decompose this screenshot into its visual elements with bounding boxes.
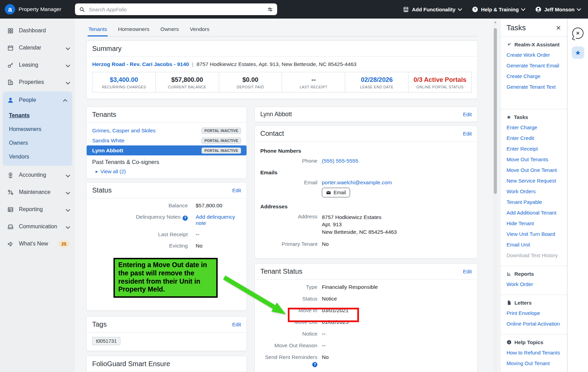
section-heading: ?Help Topics bbox=[507, 339, 561, 345]
field-row-move-out-reason: Move Out Reason-- bbox=[260, 342, 472, 349]
task-link-move-out-one-tenant[interactable]: Move Out One Tenant bbox=[507, 167, 561, 173]
status-edit-link[interactable]: Edit bbox=[232, 187, 241, 193]
sidebar-item-calendar[interactable]: Calendar bbox=[0, 39, 75, 56]
search-input[interactable] bbox=[88, 6, 264, 13]
folioguard-card: FolioGuard Smart Ensure bbox=[86, 356, 247, 372]
tab-owners[interactable]: Owners bbox=[160, 24, 179, 36]
sidebar-item-reporting[interactable]: Reporting bbox=[0, 201, 75, 218]
scrollbar-thumb[interactable] bbox=[494, 28, 497, 194]
sidebar-item-properties[interactable]: Properties bbox=[0, 74, 75, 91]
property-line: Herzog Road - Rev. Cari Jacobs - 9140|87… bbox=[92, 61, 472, 67]
add-delinquency-note-link[interactable]: Add delinquency note bbox=[196, 214, 241, 226]
menu-jeff-monson[interactable]: Jeff Monson bbox=[535, 6, 580, 13]
tenant-name-link[interactable]: Lynn Abbott bbox=[92, 147, 123, 154]
stat-last-receipt: --LAST RECEIPT bbox=[282, 72, 345, 92]
sidebar-item-label: Properties bbox=[19, 79, 44, 85]
task-link-generate-tenant-text[interactable]: Generate Tenant Text bbox=[507, 84, 561, 90]
sparkles-icon bbox=[507, 42, 512, 47]
stat-value: $57,800.00 bbox=[157, 76, 217, 84]
scrollbar[interactable]: ▲ bbox=[493, 19, 498, 372]
tags-card-title: Tags bbox=[92, 320, 107, 328]
tenant-name: Lynn Abbott bbox=[260, 111, 292, 118]
email-link[interactable]: porter.waelchi@example.com bbox=[322, 179, 392, 186]
task-link-enter-receipt[interactable]: Enter Receipt bbox=[507, 146, 561, 152]
task-link-create-charge[interactable]: Create Charge bbox=[507, 73, 561, 79]
tenant-edit-link[interactable]: Edit bbox=[463, 111, 472, 117]
section-heading-label: Help Topics bbox=[514, 339, 543, 345]
sidebar-item-owners[interactable]: Owners bbox=[3, 136, 72, 150]
task-link-add-additional-tenant[interactable]: Add Additional Tenant bbox=[507, 210, 561, 216]
task-link-work-order[interactable]: Work Order bbox=[507, 281, 561, 287]
tab-tenants[interactable]: Tenants bbox=[88, 24, 108, 36]
sidebar-item-dashboard[interactable]: Dashboard bbox=[0, 22, 75, 39]
tenants-card-title: Tenants bbox=[92, 111, 116, 119]
inbox-icon bbox=[7, 223, 14, 230]
contact-edit-link[interactable]: Edit bbox=[463, 131, 472, 136]
view-all-link[interactable]: View all (2) bbox=[87, 166, 247, 178]
tenant-row-sandra-white[interactable]: Sandra WhitePORTAL INACTIVE bbox=[87, 135, 247, 145]
field-row-status: StatusNotice bbox=[260, 296, 472, 302]
tenant-name-link[interactable]: Sandra White bbox=[92, 138, 124, 144]
help-circle-icon: ? bbox=[472, 6, 478, 13]
favorites-star-button[interactable]: ★ bbox=[572, 46, 584, 59]
scroll-up-icon[interactable]: ▲ bbox=[493, 21, 498, 24]
task-link-print-envelope[interactable]: Print Envelope bbox=[507, 310, 561, 316]
task-link-new-service-request[interactable]: New Service Request bbox=[507, 178, 561, 184]
sidebar-item-tenants[interactable]: Tenants bbox=[3, 109, 72, 122]
section-heading: Letters bbox=[507, 300, 561, 306]
sidebar-item-leasing[interactable]: Leasing bbox=[0, 56, 75, 74]
tenant-row-lynn-abbott[interactable]: Lynn AbbottPORTAL INACTIVE bbox=[87, 145, 247, 155]
task-link-enter-charge[interactable]: Enter Charge bbox=[507, 124, 561, 130]
task-link-move-out-tenants[interactable]: Move Out Tenants bbox=[507, 156, 561, 162]
portal-status-badge: PORTAL INACTIVE bbox=[202, 128, 241, 134]
svg-text:?: ? bbox=[474, 7, 476, 11]
property-link[interactable]: Herzog Road - Rev. Cari Jacobs - 9140 bbox=[92, 61, 189, 67]
task-link-hide-tenant[interactable]: Hide Tenant bbox=[507, 220, 561, 226]
task-link-online-portal-activation[interactable]: Online Portal Activation bbox=[507, 321, 561, 327]
task-link-email-unit[interactable]: Email Unit bbox=[507, 242, 561, 248]
address-value: 8757 Hodkiewicz Estates Apt. 913 New Bet… bbox=[322, 214, 397, 236]
task-link-how-to-refund-tenants[interactable]: How to Refund Tenants bbox=[507, 350, 561, 355]
field-label: Notice bbox=[260, 331, 317, 337]
sidebar-item-accounting[interactable]: $Accounting bbox=[0, 166, 75, 184]
task-link-tenant-payable[interactable]: Tenant Payable bbox=[507, 199, 561, 205]
search-filters-icon[interactable] bbox=[267, 7, 273, 12]
sidebar-item-homeowners[interactable]: Homeowners bbox=[3, 122, 72, 136]
phone-link[interactable]: (555) 555-5555 bbox=[322, 158, 358, 164]
help-icon[interactable]: ? bbox=[312, 362, 317, 367]
field-value: No bbox=[322, 354, 329, 367]
tags-edit-link[interactable]: Edit bbox=[232, 321, 241, 327]
email-button[interactable]: Email bbox=[322, 188, 350, 197]
svg-text:?: ? bbox=[508, 341, 510, 344]
tenant-row-grimes-casper-and-skiles[interactable]: Grimes, Casper and SkilesPORTAL INACTIVE bbox=[87, 125, 247, 135]
sidebar-item-what-s-new[interactable]: What's New25 bbox=[0, 235, 75, 252]
task-link-generate-tenant-email[interactable]: Generate Tenant Email bbox=[507, 63, 561, 68]
task-link-moving-out-tenant[interactable]: Moving Out Tenant bbox=[507, 360, 561, 366]
sidebar-item-communication[interactable]: Communication bbox=[0, 218, 75, 235]
menu-help-training[interactable]: ?Help & Training bbox=[472, 6, 525, 13]
task-link-create-work-order[interactable]: Create Work Order bbox=[507, 52, 561, 58]
help-training-label: Help & Training bbox=[481, 7, 519, 12]
sidebar-item-label: Dashboard bbox=[19, 28, 46, 34]
menu-add-functionality[interactable]: Add Functionality bbox=[403, 6, 461, 13]
task-link-view-unit-turn-board[interactable]: View Unit Turn Board bbox=[507, 231, 561, 237]
realm-x-bubble-icon[interactable]: × bbox=[572, 28, 584, 39]
stat-current-balance: $57,800.00CURRENT BALANCE bbox=[155, 72, 219, 92]
sidebar-item-people[interactable]: People bbox=[3, 91, 72, 109]
tasks-close-icon[interactable]: × bbox=[556, 24, 561, 31]
email-label: Email bbox=[260, 179, 317, 186]
sidebar-item-maintenance[interactable]: Maintenance bbox=[0, 184, 75, 201]
field-label: Balance bbox=[92, 203, 188, 209]
tab-homeowners[interactable]: Homeowners bbox=[117, 24, 150, 36]
search-box bbox=[75, 3, 277, 15]
tab-vendors[interactable]: Vendors bbox=[189, 24, 210, 36]
task-link-enter-credit[interactable]: Enter Credit bbox=[507, 135, 561, 141]
tenant-status-edit-link[interactable]: Edit bbox=[463, 269, 472, 274]
sidebar-item-vendors[interactable]: Vendors bbox=[3, 150, 72, 164]
portal-status-badge: PORTAL INACTIVE bbox=[202, 147, 241, 154]
tenant-name-link[interactable]: Grimes, Casper and Skiles bbox=[92, 128, 155, 134]
stat-label: RECURRING CHARGES bbox=[94, 85, 154, 89]
section-heading-label: Realm-X Assistant bbox=[514, 42, 559, 47]
help-icon[interactable]: ? bbox=[183, 216, 188, 221]
task-link-work-orders[interactable]: Work Orders bbox=[507, 188, 561, 194]
